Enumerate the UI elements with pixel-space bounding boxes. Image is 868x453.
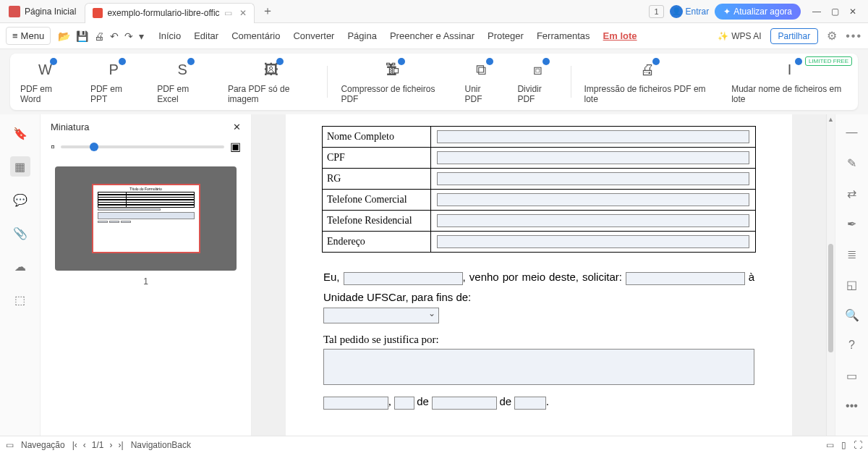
- zoom-slider[interactable]: [61, 145, 224, 148]
- ribbon-compress[interactable]: 🗜Compressor de ficheiros PDF: [331, 59, 454, 104]
- vertical-scrollbar[interactable]: ▲ ▼: [826, 114, 835, 449]
- full-screen-icon[interactable]: ⛶: [854, 440, 862, 450]
- share-button[interactable]: Partilhar: [770, 28, 819, 44]
- first-page-icon[interactable]: |‹: [72, 440, 77, 450]
- menu-editar[interactable]: Editar: [194, 30, 218, 41]
- form-field-eu[interactable]: [344, 272, 463, 285]
- close-tab-icon[interactable]: ✕: [239, 8, 247, 18]
- pdf-page: Nome Completo CPF RG Telefone Comercial …: [286, 114, 792, 449]
- convert-icon[interactable]: ⇄: [843, 184, 861, 203]
- zoom-small-icon[interactable]: ▫: [51, 140, 55, 153]
- hamburger-icon: ≡: [12, 30, 18, 41]
- form-dropdown-fins[interactable]: [323, 308, 439, 323]
- merge-icon: ⧉: [471, 59, 491, 80]
- continuous-view-icon[interactable]: ▯: [841, 440, 846, 450]
- crop-icon[interactable]: ◱: [843, 275, 861, 294]
- scroll-up-icon[interactable]: ▲: [827, 114, 835, 124]
- presentation-icon[interactable]: ▭: [224, 8, 232, 18]
- ribbon-pdf-ppt[interactable]: PPDF em PPT: [80, 59, 147, 104]
- ribbon-pdf-image[interactable]: 🖼Para PDF só de imagem: [218, 59, 324, 104]
- menu-proteger[interactable]: Proteger: [488, 30, 524, 41]
- prev-page-icon[interactable]: ‹: [83, 440, 86, 450]
- maximize-icon[interactable]: ▢: [831, 7, 839, 17]
- close-icon[interactable]: ✕: [849, 7, 856, 17]
- document-canvas[interactable]: Nome Completo CPF RG Telefone Comercial …: [252, 114, 826, 449]
- save-icon[interactable]: 💾: [76, 30, 88, 42]
- nav-back-label[interactable]: NavigationBack: [131, 440, 191, 450]
- ribbon-rename-batch[interactable]: IMudar nome de ficheiros em lote: [721, 59, 858, 104]
- page-indicator[interactable]: 1/1: [92, 440, 104, 450]
- last-page-icon[interactable]: ›|: [119, 440, 124, 450]
- bookmark-icon[interactable]: 🔖: [10, 123, 30, 143]
- thumbnail-icon[interactable]: ▦: [10, 156, 30, 177]
- ribbon-merge[interactable]: ⧉Unir PDF: [455, 59, 508, 104]
- ribbon-pdf-word[interactable]: WPDF em Word: [10, 59, 80, 104]
- form-field-local[interactable]: [323, 397, 388, 410]
- page-nav: |‹ ‹ 1/1 › ›|: [72, 440, 124, 450]
- form-field-endereco[interactable]: [437, 235, 749, 248]
- scroll-thumb[interactable]: [828, 244, 833, 352]
- next-page-icon[interactable]: ›: [110, 440, 113, 450]
- menu-ferramentas[interactable]: Ferramentas: [537, 30, 590, 41]
- update-now-button[interactable]: ✦ Atualizar agora: [715, 4, 801, 20]
- form-field-rg[interactable]: [437, 172, 749, 185]
- outline-icon[interactable]: ≣: [843, 245, 861, 263]
- menu-pagina[interactable]: Página: [347, 30, 376, 41]
- more-icon[interactable]: •••: [846, 30, 862, 43]
- ribbon-print-batch[interactable]: 🖨Impressão de ficheiros PDF em lote: [574, 59, 722, 104]
- form-field-solicitar[interactable]: [626, 272, 745, 285]
- close-panel-icon[interactable]: ✕: [233, 122, 241, 132]
- form-field-ano[interactable]: [514, 397, 546, 410]
- dropdown-icon[interactable]: ▾: [139, 30, 144, 42]
- help-icon[interactable]: ?: [843, 336, 861, 355]
- menu-comentario[interactable]: Comentário: [231, 30, 280, 41]
- form-field-tel-res[interactable]: [437, 214, 749, 227]
- open-icon[interactable]: 📂: [58, 30, 70, 42]
- undo-icon[interactable]: ↶: [110, 30, 119, 42]
- form-field-justificativa[interactable]: [323, 349, 754, 385]
- file-tab[interactable]: exemplo-formulario-libre-offic ▭ ✕: [85, 3, 254, 23]
- form-field-tel-com[interactable]: [437, 193, 749, 206]
- user-icon: 👤: [670, 5, 683, 18]
- home-tab[interactable]: Página Inicial: [0, 0, 85, 22]
- reader-mode-badge[interactable]: 1: [649, 5, 663, 18]
- wps-ai-button[interactable]: ✨ WPS AI: [718, 31, 761, 41]
- layers-icon[interactable]: ⬚: [10, 289, 30, 310]
- redo-icon[interactable]: ↷: [124, 30, 133, 42]
- search-icon[interactable]: 🔍: [843, 305, 861, 324]
- tools-icon[interactable]: ▭: [843, 366, 861, 385]
- sign-in-button[interactable]: 👤 Entrar: [670, 5, 710, 18]
- image-icon: 🖼: [261, 59, 281, 80]
- ribbon-pdf-excel[interactable]: SPDF em Excel: [147, 59, 218, 104]
- settings-icon[interactable]: ⚙: [827, 29, 837, 43]
- form-field-dia[interactable]: [394, 397, 414, 410]
- thumbnail-page-1[interactable]: Título do Formulário: [92, 184, 200, 253]
- wps-logo-icon: [9, 6, 20, 17]
- collapse-icon[interactable]: —: [843, 123, 861, 142]
- menu-inicio[interactable]: Início: [158, 30, 181, 41]
- cloud-icon[interactable]: ☁: [10, 256, 30, 276]
- menu-preencher[interactable]: Preencher e Assinar: [390, 30, 475, 41]
- word-icon: W: [35, 59, 55, 80]
- menu-converter[interactable]: Converter: [293, 30, 334, 41]
- new-tab-button[interactable]: ＋: [255, 4, 281, 19]
- form-field-cpf[interactable]: [437, 151, 749, 164]
- form-field-nome[interactable]: [437, 130, 749, 143]
- edit-icon[interactable]: ✎: [843, 153, 861, 172]
- comment-icon[interactable]: 💬: [10, 190, 30, 210]
- book-view-icon[interactable]: ▭: [826, 440, 834, 450]
- sparkle-icon: ✦: [723, 7, 731, 17]
- print-icon[interactable]: 🖨: [94, 30, 104, 42]
- zoom-large-icon[interactable]: ▣: [230, 140, 241, 153]
- status-bar: ▭ Navegação |‹ ‹ 1/1 › ›| NavigationBack…: [0, 436, 868, 453]
- form-field-mes[interactable]: [432, 397, 497, 410]
- menu-button[interactable]: ≡ Menu: [6, 27, 51, 45]
- attachment-icon[interactable]: 📎: [10, 223, 30, 243]
- more-tools-icon[interactable]: •••: [843, 397, 861, 415]
- minimize-icon[interactable]: —: [812, 7, 821, 17]
- menu-em-lote[interactable]: Em lote: [603, 30, 637, 41]
- nav-toggle-icon[interactable]: ▭: [6, 440, 14, 450]
- ribbon-split[interactable]: ⧈Dividir PDF: [507, 59, 567, 104]
- thumbnail-title: Miniatura: [51, 122, 89, 132]
- sign-icon[interactable]: ✒: [843, 214, 861, 233]
